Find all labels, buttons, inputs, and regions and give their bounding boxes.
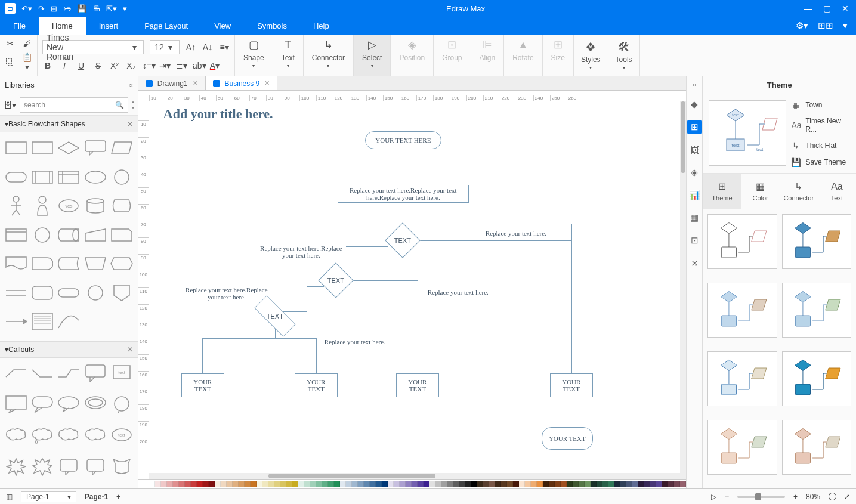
color-swatch[interactable] [227, 481, 233, 487]
pages-icon[interactable]: ▥ [6, 493, 13, 501]
fc-terminator-start[interactable]: YOUR TEXT HERE [365, 131, 441, 149]
print-icon[interactable]: 🖶 [92, 4, 100, 13]
callout-round[interactable] [30, 392, 55, 416]
color-swatch[interactable] [245, 481, 251, 487]
menu-view[interactable]: View [201, 17, 244, 35]
color-swatch[interactable] [191, 481, 197, 487]
color-swatch[interactable] [394, 481, 400, 487]
color-swatch[interactable] [328, 481, 334, 487]
callout-line2[interactable] [30, 361, 55, 385]
shape-note[interactable] [30, 310, 55, 333]
bold-icon[interactable]: B [42, 61, 53, 70]
color-swatch[interactable] [280, 481, 286, 487]
position-tool[interactable]: ◈Position [391, 35, 434, 76]
shape-circle[interactable] [109, 165, 134, 189]
align-tool[interactable]: ⊫Align [471, 35, 505, 76]
shape-pill[interactable] [56, 281, 81, 305]
color-swatch[interactable] [513, 481, 519, 487]
callout-oval2[interactable] [82, 392, 107, 416]
color-swatch[interactable] [549, 481, 555, 487]
color-swatch[interactable] [262, 481, 268, 487]
color-swatch[interactable] [322, 481, 328, 487]
fit-page-icon[interactable]: ⛶ [829, 493, 836, 501]
fc-label-4[interactable]: Replace your text here.Replace your text… [185, 286, 268, 301]
shape-process[interactable] [4, 136, 29, 160]
color-swatch[interactable] [638, 481, 644, 487]
fc-decision-3[interactable]: TEXT [246, 307, 304, 325]
callout-rect4[interactable] [56, 455, 81, 479]
search-input[interactable]: search 🔍 [20, 97, 128, 113]
fc-decision-1[interactable]: TEXT [390, 228, 415, 253]
shape-prep[interactable] [109, 252, 134, 276]
color-swatch[interactable] [334, 481, 340, 487]
callout-cloud3[interactable] [56, 424, 81, 448]
fc-box-1[interactable]: YOUR TEXT [181, 373, 224, 397]
shape-predefined[interactable] [30, 165, 55, 189]
color-swatch[interactable] [382, 481, 388, 487]
theme-card[interactable] [782, 420, 851, 475]
shape-ellipse[interactable] [82, 165, 107, 189]
color-swatch[interactable] [632, 481, 638, 487]
menu-symbols[interactable]: Symbols [244, 17, 300, 35]
apps-icon[interactable]: ⊞⊞ [818, 20, 833, 31]
shape-stored-data[interactable] [56, 252, 81, 276]
color-swatch[interactable] [555, 481, 561, 487]
color-swatch[interactable] [310, 481, 316, 487]
color-swatch[interactable] [668, 481, 674, 487]
color-swatch[interactable] [251, 481, 257, 487]
color-swatch[interactable] [370, 481, 376, 487]
shape-rounded[interactable] [30, 281, 55, 305]
align-text-icon[interactable]: ≡▾ [219, 42, 230, 52]
color-swatch[interactable] [626, 481, 632, 487]
color-swatch[interactable] [465, 481, 471, 487]
color-swatch[interactable] [167, 481, 173, 487]
cut-icon[interactable]: ✂ [5, 39, 16, 48]
color-swatch[interactable] [567, 481, 573, 487]
indent-icon[interactable]: ⇥▾ [159, 61, 170, 70]
font-name-select[interactable]: Times New Roman▾ [42, 40, 144, 54]
settings-icon[interactable]: ⚙▾ [796, 20, 808, 31]
callout-line3[interactable] [56, 361, 81, 385]
shape-actor2[interactable] [30, 194, 55, 218]
select-tool[interactable]: ▷Select▾ [354, 35, 390, 76]
callout-rect2[interactable]: text [109, 361, 134, 385]
color-swatch[interactable] [477, 481, 483, 487]
color-swatch[interactable] [447, 481, 453, 487]
color-swatch[interactable] [585, 481, 591, 487]
canvas[interactable]: Add your title here. [149, 101, 686, 479]
connector-tool[interactable]: ↳Connector▾ [304, 35, 354, 76]
fc-box-3[interactable]: YOUR TEXT [396, 373, 439, 397]
menu-insert[interactable]: Insert [86, 17, 132, 35]
color-swatch[interactable] [179, 481, 185, 487]
section-callouts[interactable]: ▾ Callouts ✕ [0, 341, 138, 358]
search-icon[interactable]: 🔍 [115, 101, 124, 109]
paste-icon[interactable]: 📋▾ [21, 52, 32, 72]
callout-rect1[interactable] [82, 361, 107, 385]
menu-page-layout[interactable]: Page Layout [131, 17, 201, 35]
italic-icon[interactable]: I [59, 61, 70, 70]
callout-rect5[interactable] [82, 455, 107, 479]
shape-delay[interactable] [30, 252, 55, 276]
save-icon[interactable]: 💾 [77, 4, 86, 13]
menu-help[interactable]: Help [300, 17, 342, 35]
color-swatch[interactable] [274, 481, 280, 487]
color-swatch[interactable] [573, 481, 579, 487]
color-swatch[interactable] [537, 481, 543, 487]
tab-theme[interactable]: ⊞Theme [703, 174, 741, 209]
color-swatch[interactable] [424, 481, 429, 487]
theme-prop-font[interactable]: AaTimes New R... [791, 117, 850, 134]
color-swatch[interactable] [531, 481, 537, 487]
callout-burst2[interactable] [30, 455, 55, 479]
strikethrough-icon[interactable]: S̶ [92, 61, 103, 70]
font-size-select[interactable]: 12▾ [150, 40, 180, 54]
shape-arrow[interactable] [4, 310, 29, 333]
shape-data[interactable] [109, 136, 134, 160]
increase-font-icon[interactable]: A↑ [186, 42, 196, 52]
fullscreen-icon[interactable]: ⤢ [844, 493, 850, 501]
add-page-icon[interactable]: + [116, 493, 120, 501]
color-swatch[interactable] [489, 481, 495, 487]
fc-label-3[interactable]: Replace your text here. [419, 289, 497, 296]
shape-decision[interactable] [56, 136, 81, 160]
color-swatch[interactable] [656, 481, 662, 487]
color-swatch[interactable] [412, 481, 418, 487]
